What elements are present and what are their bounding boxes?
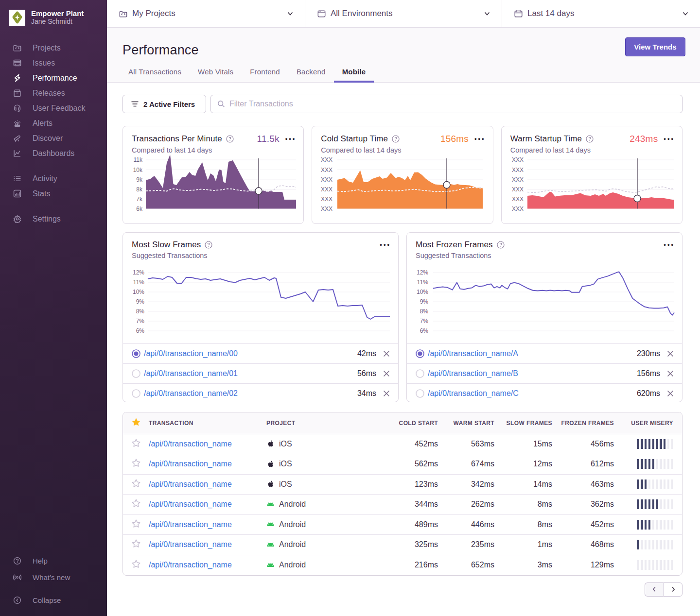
svg-text:9%: 9% [136,298,145,305]
svg-text:10k: 10k [133,167,143,173]
svg-text:10%: 10% [417,289,428,295]
svg-text:11%: 11% [417,279,428,286]
svg-text:XXX: XXX [321,196,332,203]
svg-text:XXX: XXX [321,186,332,193]
svg-text:XXX: XXX [512,196,524,203]
svg-text:XXX: XXX [512,176,524,183]
svg-text:6k: 6k [136,205,143,212]
svg-text:11%: 11% [133,279,144,286]
svg-text:XXX: XXX [512,205,524,212]
svg-text:9k: 9k [136,176,143,183]
svg-text:XXX: XXX [512,186,524,193]
svg-text:12%: 12% [133,270,144,276]
svg-text:7%: 7% [136,318,145,325]
svg-text:11k: 11k [134,156,143,163]
svg-text:XXX: XXX [321,176,332,183]
svg-text:8%: 8% [420,308,429,315]
svg-text:7k: 7k [136,196,143,203]
svg-text:XXX: XXX [321,205,332,212]
svg-text:10%: 10% [133,289,144,295]
svg-text:8k: 8k [136,186,143,193]
svg-text:XXX: XXX [512,156,524,163]
svg-text:12%: 12% [417,270,428,276]
svg-text:7%: 7% [420,318,429,325]
svg-text:6%: 6% [420,327,429,334]
svg-text:XXX: XXX [321,167,332,173]
svg-text:XXX: XXX [321,156,332,163]
svg-text:6%: 6% [136,327,145,334]
svg-text:8%: 8% [136,308,145,315]
svg-text:XXX: XXX [512,167,524,173]
svg-text:9%: 9% [420,298,429,305]
